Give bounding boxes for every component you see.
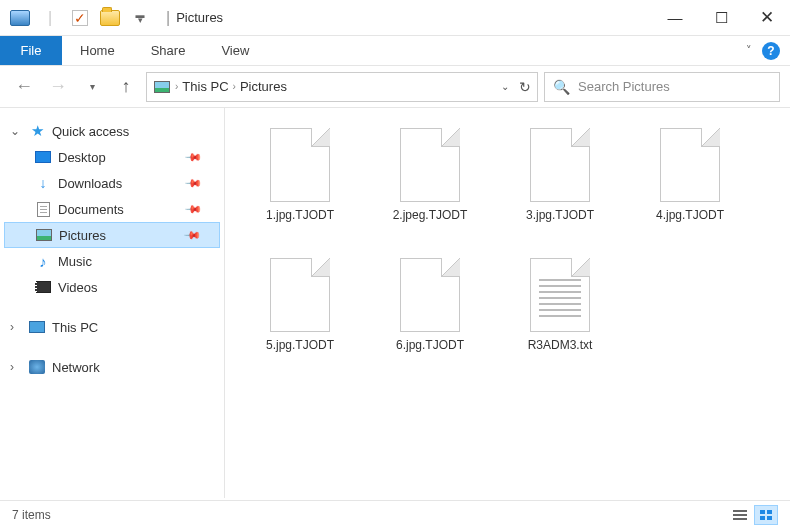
file-list[interactable]: 1.jpg.TJODT2.jpeg.TJODT3.jpg.TJODT4.jpg.… xyxy=(225,108,790,498)
ribbon: File Home Share View ˅ ? xyxy=(0,36,790,66)
svg-rect-0 xyxy=(733,510,747,512)
file-label: 5.jpg.TJODT xyxy=(266,338,334,352)
status-bar: 7 items xyxy=(0,500,790,528)
videos-icon xyxy=(34,279,52,295)
svg-rect-4 xyxy=(767,510,772,514)
search-placeholder: Search Pictures xyxy=(578,79,670,94)
sidebar-item-label: Downloads xyxy=(58,176,122,191)
tab-share[interactable]: Share xyxy=(133,36,204,65)
expand-icon[interactable]: › xyxy=(10,360,22,374)
nav-bar: ← → ▾ ↑ › This PC › Pictures ⌄ ↻ 🔍 Searc… xyxy=(0,66,790,108)
search-input[interactable]: 🔍 Search Pictures xyxy=(544,72,780,102)
sidebar: ⌄ ★ Quick access Desktop 📌 ↓ Downloads 📌… xyxy=(0,108,225,498)
sidebar-item-label: Pictures xyxy=(59,228,106,243)
address-bar[interactable]: › This PC › Pictures ⌄ ↻ xyxy=(146,72,538,102)
minimize-button[interactable]: — xyxy=(652,2,698,34)
file-label: 6.jpg.TJODT xyxy=(396,338,464,352)
maximize-button[interactable]: ☐ xyxy=(698,2,744,34)
sidebar-item-documents[interactable]: Documents 📌 xyxy=(4,196,220,222)
pin-icon: 📌 xyxy=(182,225,201,244)
file-tab[interactable]: File xyxy=(0,36,62,65)
sidebar-quick-access[interactable]: ⌄ ★ Quick access xyxy=(4,118,220,144)
help-icon[interactable]: ? xyxy=(762,42,780,60)
file-item[interactable]: 3.jpg.TJODT xyxy=(495,120,625,250)
quick-access-toolbar: | ✓ ▬▾ xyxy=(0,4,160,32)
file-label: 4.jpg.TJODT xyxy=(656,208,724,222)
file-icon xyxy=(270,258,330,332)
star-icon: ★ xyxy=(28,123,46,139)
pin-icon: 📌 xyxy=(183,147,202,166)
svg-rect-2 xyxy=(733,518,747,520)
breadcrumb-pictures[interactable]: Pictures xyxy=(240,79,287,94)
file-item[interactable]: 2.jpeg.TJODT xyxy=(365,120,495,250)
properties-toggle[interactable]: ✓ xyxy=(66,4,94,32)
history-dropdown[interactable]: ▾ xyxy=(78,73,106,101)
sidebar-this-pc[interactable]: › This PC xyxy=(4,314,220,340)
text-file-icon xyxy=(530,258,590,332)
forward-button[interactable]: → xyxy=(44,73,72,101)
music-icon: ♪ xyxy=(34,253,52,269)
address-dropdown-icon[interactable]: ⌄ xyxy=(501,81,509,92)
pin-icon: 📌 xyxy=(183,199,202,218)
sidebar-network[interactable]: › Network xyxy=(4,354,220,380)
sidebar-item-label: Desktop xyxy=(58,150,106,165)
explorer-icon[interactable] xyxy=(6,4,34,32)
address-pictures-icon xyxy=(153,79,171,95)
file-icon xyxy=(400,258,460,332)
sidebar-item-music[interactable]: ♪ Music xyxy=(4,248,220,274)
sidebar-label: Network xyxy=(52,360,100,375)
title-separator: | xyxy=(166,9,170,27)
file-item[interactable]: 5.jpg.TJODT xyxy=(235,250,365,380)
file-icon xyxy=(660,128,720,202)
file-icon xyxy=(270,128,330,202)
sidebar-item-pictures[interactable]: Pictures 📌 xyxy=(4,222,220,248)
svg-rect-3 xyxy=(760,510,765,514)
svg-rect-5 xyxy=(760,516,765,520)
sidebar-item-desktop[interactable]: Desktop 📌 xyxy=(4,144,220,170)
file-label: 3.jpg.TJODT xyxy=(526,208,594,222)
ribbon-collapse-icon[interactable]: ˅ xyxy=(746,44,752,57)
details-view-button[interactable] xyxy=(728,505,752,525)
folder-icon[interactable] xyxy=(96,4,124,32)
documents-icon xyxy=(34,201,52,217)
up-button[interactable]: ↑ xyxy=(112,73,140,101)
body: ⌄ ★ Quick access Desktop 📌 ↓ Downloads 📌… xyxy=(0,108,790,498)
sidebar-item-downloads[interactable]: ↓ Downloads 📌 xyxy=(4,170,220,196)
window-title: Pictures xyxy=(176,10,223,25)
pc-icon xyxy=(28,319,46,335)
file-icon xyxy=(400,128,460,202)
crumb-sep-icon[interactable]: › xyxy=(233,81,236,92)
qat-dropdown[interactable]: ▬▾ xyxy=(126,4,154,32)
refresh-icon[interactable]: ↻ xyxy=(519,79,531,95)
back-button[interactable]: ← xyxy=(10,73,38,101)
file-item[interactable]: 1.jpg.TJODT xyxy=(235,120,365,250)
file-label: 1.jpg.TJODT xyxy=(266,208,334,222)
breadcrumb-this-pc[interactable]: This PC xyxy=(182,79,228,94)
desktop-icon xyxy=(34,149,52,165)
close-button[interactable]: ✕ xyxy=(744,2,790,34)
network-icon xyxy=(28,359,46,375)
sidebar-item-videos[interactable]: Videos xyxy=(4,274,220,300)
svg-rect-1 xyxy=(733,514,747,516)
file-icon xyxy=(530,128,590,202)
sidebar-item-label: Documents xyxy=(58,202,124,217)
tab-view[interactable]: View xyxy=(203,36,267,65)
file-item[interactable]: R3ADM3.txt xyxy=(495,250,625,380)
tab-home[interactable]: Home xyxy=(62,36,133,65)
downloads-icon: ↓ xyxy=(34,175,52,191)
file-item[interactable]: 4.jpg.TJODT xyxy=(625,120,755,250)
file-label: R3ADM3.txt xyxy=(528,338,593,352)
file-item[interactable]: 6.jpg.TJODT xyxy=(365,250,495,380)
window-controls: — ☐ ✕ xyxy=(652,2,790,34)
crumb-sep-icon[interactable]: › xyxy=(175,81,178,92)
icons-view-button[interactable] xyxy=(754,505,778,525)
title-bar: | ✓ ▬▾ | Pictures — ☐ ✕ xyxy=(0,0,790,36)
file-label: 2.jpeg.TJODT xyxy=(393,208,468,222)
sidebar-label: This PC xyxy=(52,320,98,335)
expand-icon[interactable]: › xyxy=(10,320,22,334)
pictures-icon xyxy=(35,227,53,243)
item-count: 7 items xyxy=(12,508,51,522)
svg-rect-6 xyxy=(767,516,772,520)
qat-separator: | xyxy=(36,4,64,32)
expand-icon[interactable]: ⌄ xyxy=(10,124,22,138)
